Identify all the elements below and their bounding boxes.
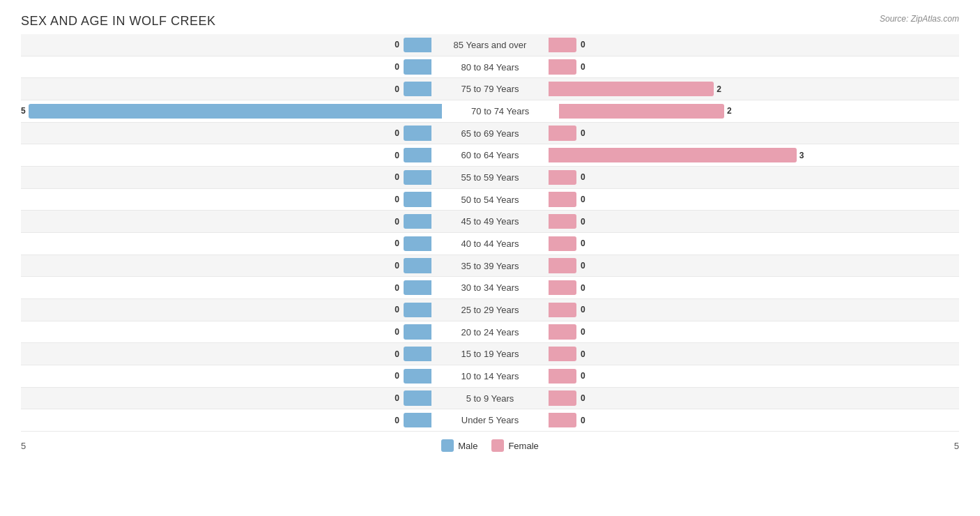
female-value: 2 — [727, 106, 732, 116]
right-side: 0 — [546, 343, 959, 365]
male-value: 0 — [395, 62, 399, 72]
male-value: 0 — [395, 151, 399, 160]
female-value: 0 — [581, 416, 585, 425]
left-side: 0 — [21, 211, 434, 232]
left-side: 0 — [21, 299, 434, 321]
bar-row: 080 to 84 Years0 — [21, 56, 959, 79]
bar-row: 010 to 14 Years0 — [21, 365, 959, 388]
female-value: 0 — [581, 305, 585, 314]
bar-row: 05 to 9 Years0 — [21, 388, 959, 410]
female-value: 2 — [717, 84, 721, 94]
bar-row: 570 to 74 Years2 — [21, 100, 959, 123]
chart-container: SEX AND AGE IN WOLF CREEK Source: ZipAtl… — [0, 0, 980, 516]
bar-row: 0Under 5 Years0 — [21, 409, 959, 432]
right-side: 0 — [546, 277, 959, 298]
age-label: 75 to 79 Years — [434, 84, 546, 94]
female-bar — [549, 214, 576, 229]
bar-row: 065 to 69 Years0 — [21, 123, 959, 145]
male-value: 0 — [395, 327, 399, 337]
age-label: 55 to 59 Years — [434, 172, 546, 183]
female-bar — [549, 347, 576, 361]
left-side: 0 — [21, 255, 434, 277]
left-side: 0 — [21, 233, 434, 255]
male-bar — [404, 347, 431, 361]
bar-row: 060 to 64 Years3 — [21, 144, 959, 167]
legend-female-label: Female — [508, 441, 538, 451]
age-label: 10 to 14 Years — [434, 371, 546, 381]
source-label: Source: ZipAtlas.com — [880, 14, 959, 24]
male-bar — [404, 390, 431, 405]
bar-row: 075 to 79 Years2 — [21, 78, 959, 100]
female-value: 0 — [581, 62, 585, 72]
age-label: 80 to 84 Years — [434, 62, 546, 73]
legend-male-color — [441, 439, 454, 452]
bar-row: 040 to 44 Years0 — [21, 233, 959, 255]
female-value: 0 — [581, 327, 585, 337]
female-value: 0 — [581, 172, 585, 182]
age-label: 15 to 19 Years — [434, 349, 546, 359]
male-bar — [404, 258, 431, 273]
female-bar — [549, 82, 714, 96]
female-value: 0 — [581, 349, 585, 359]
female-bar — [549, 59, 576, 74]
bar-row: 025 to 29 Years0 — [21, 299, 959, 321]
left-side: 0 — [21, 409, 434, 431]
female-bar — [549, 413, 576, 427]
legend-female: Female — [491, 439, 538, 452]
male-bar — [404, 59, 431, 74]
female-value: 0 — [581, 195, 585, 204]
right-side: 0 — [546, 233, 959, 255]
female-bar — [549, 390, 576, 405]
legend-male-label: Male — [458, 441, 477, 451]
female-bar — [549, 280, 576, 295]
right-side: 0 — [546, 56, 959, 78]
female-value: 0 — [581, 371, 585, 381]
age-label: 60 to 64 Years — [434, 150, 546, 160]
female-value: 0 — [581, 217, 585, 227]
age-label: 85 Years and over — [434, 40, 546, 50]
legend-male: Male — [441, 439, 477, 452]
right-side: 0 — [546, 409, 959, 431]
male-bar — [404, 236, 431, 251]
left-side: 0 — [21, 277, 434, 298]
right-side: 2 — [556, 100, 959, 122]
male-value: 0 — [395, 283, 399, 293]
legend: Male Female — [441, 439, 539, 452]
chart-title: SEX AND AGE IN WOLF CREEK — [21, 14, 959, 29]
right-side: 0 — [546, 211, 959, 232]
male-value: 0 — [395, 371, 399, 381]
left-side: 0 — [21, 56, 434, 78]
male-value: 0 — [395, 393, 399, 403]
right-side: 0 — [546, 388, 959, 409]
right-side: 0 — [546, 123, 959, 144]
female-value: 0 — [581, 261, 585, 271]
female-bar — [549, 148, 797, 162]
age-label: 20 to 24 Years — [434, 327, 546, 337]
male-bar — [404, 324, 431, 339]
male-value: 0 — [395, 195, 399, 204]
left-side: 0 — [21, 78, 434, 100]
female-value: 0 — [581, 238, 585, 248]
male-bar — [404, 280, 431, 295]
right-side: 0 — [546, 34, 959, 56]
age-label: 30 to 34 Years — [434, 282, 546, 293]
female-bar — [549, 170, 576, 185]
female-bar — [549, 303, 576, 317]
age-label: Under 5 Years — [434, 415, 546, 425]
male-bar — [404, 303, 431, 317]
male-bar — [404, 170, 431, 185]
right-side: 0 — [546, 189, 959, 211]
male-value: 0 — [395, 305, 399, 314]
female-bar — [559, 104, 724, 119]
female-bar — [549, 192, 576, 206]
bar-row: 030 to 34 Years0 — [21, 277, 959, 299]
left-side: 0 — [21, 34, 434, 56]
male-value: 0 — [395, 349, 399, 359]
female-bar — [549, 258, 576, 273]
female-bar — [549, 369, 576, 384]
left-side: 0 — [21, 123, 434, 144]
left-side: 0 — [21, 365, 434, 387]
age-label: 45 to 49 Years — [434, 216, 546, 227]
female-value: 0 — [581, 393, 585, 403]
male-value: 0 — [395, 238, 399, 248]
